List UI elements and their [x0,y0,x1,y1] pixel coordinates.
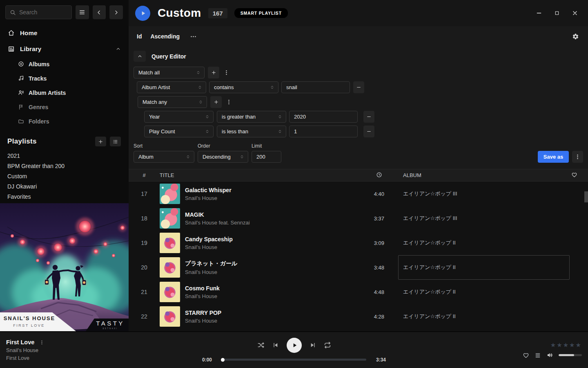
sidebar-item-genres[interactable]: Genres [18,100,129,114]
track-album[interactable]: エイリアン☆ポップ III [398,182,570,206]
add-playlist-button[interactable] [95,137,106,146]
sidebar-item-albums[interactable]: Albums [18,57,129,71]
star-icon[interactable]: ★ [576,341,582,349]
search-input[interactable] [19,9,67,16]
track-cell: プラネット・ガール Snail's House [160,257,356,278]
play-pause-button[interactable] [287,338,302,353]
rule-value-input[interactable] [281,81,350,93]
repeat-button[interactable] [324,341,331,349]
now-playing-cover-art[interactable]: SNAIL'S HOUSE FIRST LOVE TASTY ƎSTNAXI [0,203,129,331]
track-album[interactable]: エイリアン☆ポップ II [398,280,570,304]
match-type-select[interactable]: Match all [134,67,205,79]
rule-field-select[interactable]: Album Artist [137,81,206,93]
track-album[interactable]: エイリアン☆ポップ II [398,255,570,280]
sidebar-item-folders[interactable]: Folders [18,114,129,128]
table-row[interactable]: 20 プラネット・ガール Snail's House 3:48 エイリアン☆ポッ [129,255,588,280]
menu-button[interactable] [76,5,89,19]
rule-value-input[interactable] [289,126,358,137]
add-group-rule-button[interactable] [210,96,222,108]
group-menu-button[interactable] [225,96,233,108]
group-match-type-select[interactable]: Match any [138,96,207,108]
list-icon [113,139,118,144]
remove-rule-button[interactable] [363,111,374,123]
remove-rule-button[interactable] [353,81,364,93]
star-icon[interactable]: ★ [557,341,563,349]
collapse-query-editor-button[interactable] [134,51,146,62]
playlist-item[interactable]: DJ Okawari [0,181,129,191]
table-row[interactable]: 22 STARRY POP Snail's House 4:28 エイリアン☆ポ [129,304,588,329]
nav-back-button[interactable] [93,5,106,19]
rule-value-input[interactable] [289,111,358,123]
sort-direction-button[interactable]: Ascending [150,33,180,40]
scrollbar-thumb[interactable] [584,191,588,202]
kebab-icon[interactable] [39,340,45,345]
sidebar-item-label: Folders [29,118,49,125]
volume-slider[interactable] [559,354,582,356]
shuffle-button[interactable] [257,341,265,349]
sort-select[interactable]: Album [134,151,194,163]
table-row[interactable]: 18 MAGIK Snail's House feat. Sennzai 3:3… [129,206,588,231]
playlist-item[interactable]: 2021 [0,150,129,161]
star-icon[interactable]: ★ [563,341,569,349]
track-number: 18 [129,215,160,222]
table-row[interactable]: 17 Galactic Whisper Snail's House 4:40 エ [129,182,588,206]
gear-icon[interactable] [572,33,579,40]
sidebar-item-album-artists[interactable]: Album Artists [18,85,129,100]
sidebar-item-label: Genres [29,104,48,110]
sidebar-item-home[interactable]: Home [0,25,129,41]
queue-button[interactable] [535,352,541,359]
more-options-icon[interactable] [190,33,197,40]
rating-stars[interactable]: ★★★★★ [550,341,582,349]
save-menu-button[interactable] [572,151,583,163]
now-playing-album[interactable]: First Love [6,355,45,361]
play-playlist-button[interactable] [135,6,150,21]
add-rule-button[interactable] [208,67,219,79]
maximize-button[interactable] [553,9,561,17]
close-button[interactable] [571,9,579,17]
seek-bar[interactable] [222,359,366,361]
favorite-button[interactable] [523,352,529,359]
sidebar-item-tracks[interactable]: Tracks [18,71,129,85]
favorite-column-header[interactable] [570,172,588,179]
playlist-item[interactable]: BPM Greater than 200 [0,161,129,171]
app-window: Home Library Albums Tracks [0,0,588,368]
sort-field-button[interactable]: Id [137,33,142,40]
playlist-item[interactable]: Custom [0,171,129,181]
sidebar-item-library[interactable]: Library [0,41,129,57]
rule-operator-select[interactable]: is greater than [217,111,286,123]
cover-label-sub-text: ƎSTNAXI [102,328,118,330]
search-box[interactable] [5,5,72,19]
column-header-album[interactable]: ALBUM [398,172,570,178]
track-album[interactable]: エイリアン☆ポップ II [398,304,570,329]
minus-icon [366,129,372,134]
remove-rule-button[interactable] [363,126,374,137]
rule-operator-select[interactable]: is less than [217,126,286,137]
rule-operator-select[interactable]: contains [209,81,278,93]
rule-field-select[interactable]: Year [144,111,214,123]
limit-input[interactable] [252,151,281,163]
track-artist: Snail's House [185,318,221,324]
seek-bar-thumb[interactable] [221,358,225,361]
table-row[interactable]: 19 Candy Spaceship Snail's House 3:09 エイ [129,231,588,255]
order-select[interactable]: Descending [198,151,248,163]
table-row[interactable]: 21 Cosmo Funk Snail's House 4:48 エイリアン☆ポ [129,280,588,304]
nav-forward-button[interactable] [109,5,123,19]
save-as-button[interactable]: Save as [538,151,569,163]
duration-column-header[interactable] [376,172,384,179]
now-playing-artist[interactable]: Snail's House [6,347,45,353]
star-icon[interactable]: ★ [550,341,557,349]
next-track-button[interactable] [310,342,316,348]
player-bar: First Love Snail's House First Love 0:00 [0,331,588,368]
playlist-list-button[interactable] [110,137,121,146]
track-album[interactable]: エイリアン☆ポップ III [398,206,570,231]
rule-field-select[interactable]: Play Count [144,126,214,137]
minimize-button[interactable] [535,9,543,17]
rule-menu-button[interactable] [222,67,230,79]
column-header-title[interactable]: TITLE [160,172,356,178]
order-label: Order [198,143,248,149]
track-album[interactable]: エイリアン☆ポップ II [398,231,570,255]
star-icon[interactable]: ★ [569,341,575,349]
volume-icon[interactable] [546,352,553,359]
previous-track-button[interactable] [272,342,279,348]
playlist-item[interactable]: Favorites [0,191,129,202]
